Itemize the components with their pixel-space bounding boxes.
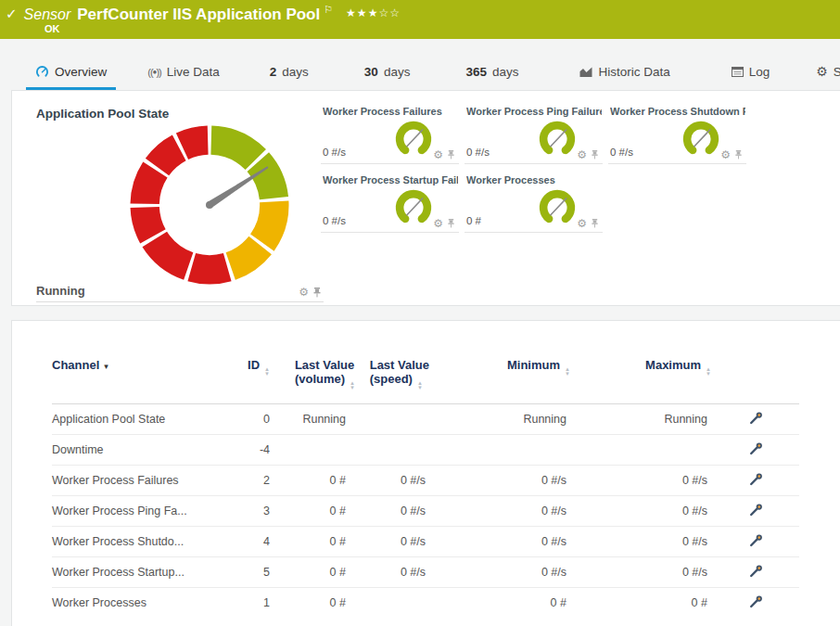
cell-last-value-volume: 0 # xyxy=(270,466,355,496)
tab-2-days[interactable]: 2 days xyxy=(261,57,318,90)
pin-icon[interactable] xyxy=(447,150,455,160)
pin-icon[interactable] xyxy=(591,219,599,228)
cell-last-value-speed: 0 #/s xyxy=(355,557,429,588)
main-gauge-footer: Running ⚙ xyxy=(36,280,324,302)
pin-icon[interactable] xyxy=(447,219,455,228)
tab-live-data[interactable]: ((●)) Live Data xyxy=(138,57,229,90)
cell-id: 5 xyxy=(223,557,270,588)
cell-last-value-volume: 0 # xyxy=(270,527,355,557)
cell-last-value-volume: 0 # xyxy=(270,496,355,527)
tab-log[interactable]: Log xyxy=(722,57,780,90)
cell-minimum: 0 #/s xyxy=(429,527,570,557)
sort-icon: ▲▼ xyxy=(264,367,270,377)
tab-30-days-number: 30 xyxy=(364,65,378,79)
gear-icon: ⚙ xyxy=(816,64,828,79)
wrench-gear-icon[interactable] xyxy=(748,411,763,426)
cell-id: 3 xyxy=(223,496,270,527)
cell-last-value-volume: 0 # xyxy=(270,588,355,619)
mini-gauge-value: 0 #/s xyxy=(323,215,346,226)
cell-channel: Application Pool State xyxy=(52,404,223,435)
column-header-channel[interactable]: Channel▾ xyxy=(52,358,223,404)
mini-gauge-value: 0 #/s xyxy=(323,147,346,158)
mini-gauge xyxy=(536,185,579,229)
channel-table: Channel▾ ID▲▼ Last Value (volume)▲▼ Last… xyxy=(52,358,799,619)
cell-minimum: 0 # xyxy=(429,588,570,619)
sort-desc-icon: ▾ xyxy=(104,362,108,371)
sort-icon: ▲▼ xyxy=(706,367,711,377)
cell-channel: Worker Process Ping Fa... xyxy=(52,496,223,527)
column-header-last-value-speed[interactable]: Last Value (speed)▲▼ xyxy=(355,358,429,404)
cell-channel: Worker Process Shutdo... xyxy=(52,527,223,557)
column-header-id-label: ID xyxy=(248,358,260,372)
sensor-header: ✓SensorPerfCounter IIS Application Pool⚐… xyxy=(0,0,840,39)
wrench-gear-icon[interactable] xyxy=(748,472,763,487)
column-header-minimum[interactable]: Minimum▲▼ xyxy=(429,358,570,404)
gear-icon[interactable]: ⚙ xyxy=(577,218,587,229)
wrench-gear-icon[interactable] xyxy=(748,533,763,548)
column-header-id[interactable]: ID▲▼ xyxy=(223,358,270,404)
cell-maximum xyxy=(570,435,711,466)
flag-icon[interactable]: ⚐ xyxy=(324,4,333,15)
cell-minimum xyxy=(429,435,570,466)
priority-stars[interactable]: ★★★☆☆ xyxy=(346,6,401,19)
broadcast-icon: ((●)) xyxy=(147,67,161,78)
gear-icon[interactable]: ⚙ xyxy=(577,149,587,160)
wrench-gear-icon[interactable] xyxy=(748,503,763,517)
mini-gauge-grid: Worker Process Failures 0 #/s ⚙ Worker P… xyxy=(321,103,746,233)
cell-id: 1 xyxy=(223,588,270,619)
mini-gauge-tile: Worker Process Startup Failu... 0 #/s ⚙ xyxy=(321,172,459,233)
cell-last-value-volume xyxy=(270,435,355,466)
cell-last-value-speed: 0 #/s xyxy=(355,527,429,557)
mini-gauge-tile: Worker Process Failures 0 #/s ⚙ xyxy=(321,103,459,164)
mini-gauge-tile: Worker Process Shutdown Fa... 0 #/s ⚙ xyxy=(608,103,746,164)
tab-overview[interactable]: Overview xyxy=(26,57,116,90)
pin-icon[interactable] xyxy=(591,150,599,160)
column-header-speed-line2: (speed) xyxy=(370,372,413,386)
tab-historic-data-label: Historic Data xyxy=(598,65,669,79)
tab-settings[interactable]: ⚙ Settings xyxy=(807,57,840,90)
column-header-maximum[interactable]: Maximum▲▼ xyxy=(570,358,711,404)
mini-gauge-value: 0 # xyxy=(466,215,481,226)
column-header-last-value-volume[interactable]: Last Value (volume)▲▼ xyxy=(270,358,355,404)
column-header-volume-line2: (volume) xyxy=(295,372,345,386)
cell-channel: Downtime xyxy=(52,435,223,466)
status-badge: OK xyxy=(45,23,60,34)
cell-last-value-speed xyxy=(355,588,429,619)
pin-icon[interactable] xyxy=(734,150,743,160)
gear-icon[interactable]: ⚙ xyxy=(433,149,443,160)
cell-id: 2 xyxy=(223,466,270,496)
cell-last-value-speed: 0 #/s xyxy=(355,466,429,496)
cell-channel: Worker Process Failures xyxy=(52,466,223,496)
wrench-gear-icon[interactable] xyxy=(748,564,763,579)
tab-bar: Overview ((●)) Live Data 2 days 30 days … xyxy=(0,39,840,90)
gear-icon[interactable]: ⚙ xyxy=(720,149,731,160)
cell-maximum: 0 #/s xyxy=(570,496,711,527)
tab-30-days[interactable]: 30 days xyxy=(355,57,420,90)
gear-icon[interactable]: ⚙ xyxy=(433,218,443,229)
table-row: Worker Processes 1 0 # 0 # 0 # xyxy=(52,588,799,619)
wrench-gear-icon[interactable] xyxy=(748,594,763,609)
mini-gauge-value: 0 #/s xyxy=(610,147,633,158)
tab-historic-data[interactable]: Historic Data xyxy=(570,57,679,90)
page-title: PerfCounter IIS Application Pool xyxy=(77,6,320,23)
column-header-speed-line1: Last Value xyxy=(370,358,429,372)
sensor-kind-label: Sensor xyxy=(24,6,71,22)
table-row: Worker Process Failures 2 0 # 0 #/s 0 #/… xyxy=(52,466,799,496)
tab-365-days[interactable]: 365 days xyxy=(456,57,528,90)
cell-last-value-speed xyxy=(355,404,429,435)
column-header-edit xyxy=(711,358,799,404)
cell-minimum: Running xyxy=(429,404,570,435)
mini-gauge-tile: Worker Process Ping Failures 0 #/s ⚙ xyxy=(465,103,603,164)
gear-icon[interactable]: ⚙ xyxy=(299,287,309,298)
wrench-gear-icon[interactable] xyxy=(748,441,763,456)
log-icon xyxy=(732,67,744,77)
mini-gauge-title: Worker Process Shutdown Fa... xyxy=(610,106,745,117)
tab-30-days-unit: days xyxy=(384,65,411,79)
main-gauge-value: Running xyxy=(36,284,85,298)
sort-icon: ▲▼ xyxy=(565,367,570,377)
column-header-channel-label: Channel xyxy=(52,358,99,372)
status-check-icon: ✓ xyxy=(6,6,18,21)
pin-icon[interactable] xyxy=(312,287,322,298)
cell-maximum: 0 #/s xyxy=(570,527,711,557)
cell-maximum: Running xyxy=(570,404,711,435)
